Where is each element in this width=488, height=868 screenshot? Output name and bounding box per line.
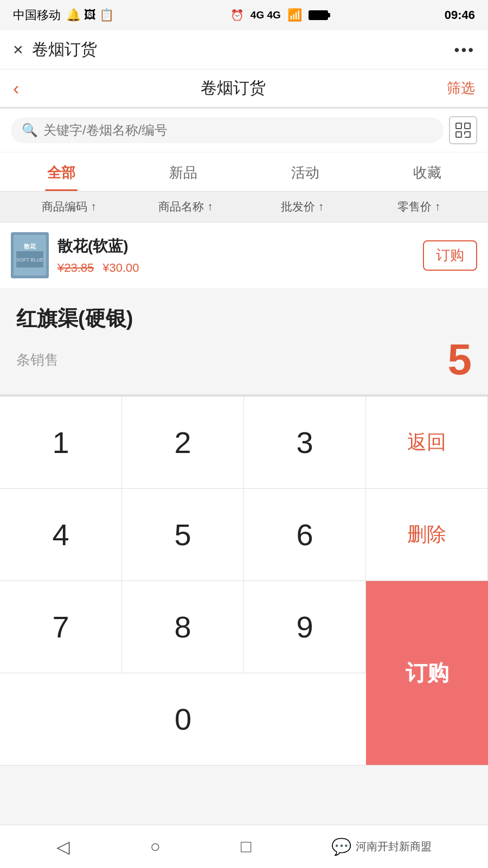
svg-rect-2 <box>456 132 461 137</box>
app-title: 卷烟订货 <box>32 39 97 61</box>
carrier-text: 中国移动 <box>13 7 61 23</box>
order-quantity-value: 5 <box>448 338 472 381</box>
order-unit-label: 条销售 <box>16 350 59 369</box>
order-button[interactable]: 订购 <box>423 240 477 271</box>
svg-text:散花: 散花 <box>24 243 36 250</box>
key-3[interactable]: 3 <box>244 397 366 489</box>
order-product-name: 红旗渠(硬银) <box>16 305 472 333</box>
filter-button[interactable]: 筛选 <box>447 79 475 98</box>
key-0[interactable]: 0 <box>0 673 366 765</box>
search-input[interactable] <box>43 123 433 138</box>
key-4[interactable]: 4 <box>0 489 122 581</box>
close-icon[interactable]: × <box>13 40 23 60</box>
key-order[interactable]: 订购 <box>366 581 488 765</box>
network-text: 4G 4G <box>251 9 281 21</box>
product-name: 散花(软蓝) <box>57 236 414 257</box>
sim-icon: 📋 <box>99 8 114 22</box>
key-delete[interactable]: 删除 <box>366 489 488 581</box>
table-header: 商品编码 ↑ 商品名称 ↑ 批发价 ↑ 零售价 ↑ <box>0 192 488 222</box>
scan-icon[interactable] <box>449 116 477 144</box>
status-icons: 🔔 🖼 📋 <box>66 8 114 22</box>
bottom-nav: ◁ ○ □ 💬 河南开封新商盟 <box>0 825 488 868</box>
tab-all[interactable]: 全部 <box>0 152 122 191</box>
status-bar: 中国移动 🔔 🖼 📋 ⏰ 4G 4G 📶 09:46 <box>0 0 488 30</box>
product-image: 散花 SOFT BLUE <box>11 232 49 278</box>
tab-new[interactable]: 新品 <box>122 152 244 191</box>
tab-activity[interactable]: 活动 <box>244 152 366 191</box>
key-8[interactable]: 8 <box>122 581 244 673</box>
key-5[interactable]: 5 <box>122 489 244 581</box>
wechat-icon: 💬 <box>331 837 351 856</box>
tabs: 全部 新品 活动 收藏 <box>0 152 488 192</box>
status-time: 09:46 <box>445 8 475 22</box>
svg-rect-0 <box>456 123 461 129</box>
product-info: 散花(软蓝) ¥23.85 ¥30.00 <box>57 236 414 275</box>
numeric-keypad: 1 2 3 返回 4 5 6 删除 7 8 9 订购 0 <box>0 395 488 765</box>
signal-icon: 📶 <box>287 8 302 22</box>
battery-icon <box>309 10 328 20</box>
product-prices: ¥23.85 ¥30.00 <box>57 261 414 275</box>
key-9[interactable]: 9 <box>244 581 366 673</box>
nav-back-icon[interactable]: ◁ <box>56 837 70 857</box>
title-bar: × 卷烟订货 ••• <box>0 30 488 69</box>
tab-favorites[interactable]: 收藏 <box>366 152 488 191</box>
status-carrier: 中国移动 🔔 🖼 📋 <box>13 7 114 23</box>
key-2[interactable]: 2 <box>122 397 244 489</box>
page-title: 卷烟订货 <box>201 77 266 99</box>
nav-recents-icon[interactable]: □ <box>241 837 251 857</box>
key-back[interactable]: 返回 <box>366 397 488 489</box>
nav-home-icon[interactable]: ○ <box>150 837 160 857</box>
nav-brand: 💬 河南开封新商盟 <box>331 837 432 856</box>
product-row: 散花 SOFT BLUE 散花(软蓝) ¥23.85 ¥30.00 订购 <box>0 222 488 289</box>
key-6[interactable]: 6 <box>244 489 366 581</box>
order-input-panel: 红旗渠(硬银) 条销售 5 <box>0 289 488 395</box>
search-bar: 🔍 <box>0 108 488 152</box>
key-1[interactable]: 1 <box>0 397 122 489</box>
col-retail[interactable]: 零售价 ↑ <box>361 199 477 214</box>
col-name[interactable]: 商品名称 ↑ <box>127 199 244 214</box>
col-wholesale[interactable]: 批发价 ↑ <box>244 199 361 214</box>
brand-name: 河南开封新商盟 <box>356 839 432 854</box>
price-retail: ¥30.00 <box>102 261 139 275</box>
search-input-wrap: 🔍 <box>11 117 444 143</box>
more-menu-icon[interactable]: ••• <box>454 41 475 59</box>
back-icon[interactable]: ‹ <box>13 78 19 99</box>
order-quantity-row: 条销售 5 <box>16 338 472 381</box>
notification-icon: 🔔 <box>66 8 81 22</box>
page-header: ‹ 卷烟订货 筛选 <box>0 69 488 108</box>
col-code[interactable]: 商品编码 ↑ <box>11 199 127 214</box>
alarm-icon: ⏰ <box>230 9 244 22</box>
price-wholesale: ¥23.85 <box>57 261 94 275</box>
key-7[interactable]: 7 <box>0 581 122 673</box>
photo-icon: 🖼 <box>84 8 96 22</box>
search-icon: 🔍 <box>22 123 38 138</box>
svg-text:SOFT BLUE: SOFT BLUE <box>16 257 43 263</box>
svg-rect-1 <box>465 123 470 129</box>
